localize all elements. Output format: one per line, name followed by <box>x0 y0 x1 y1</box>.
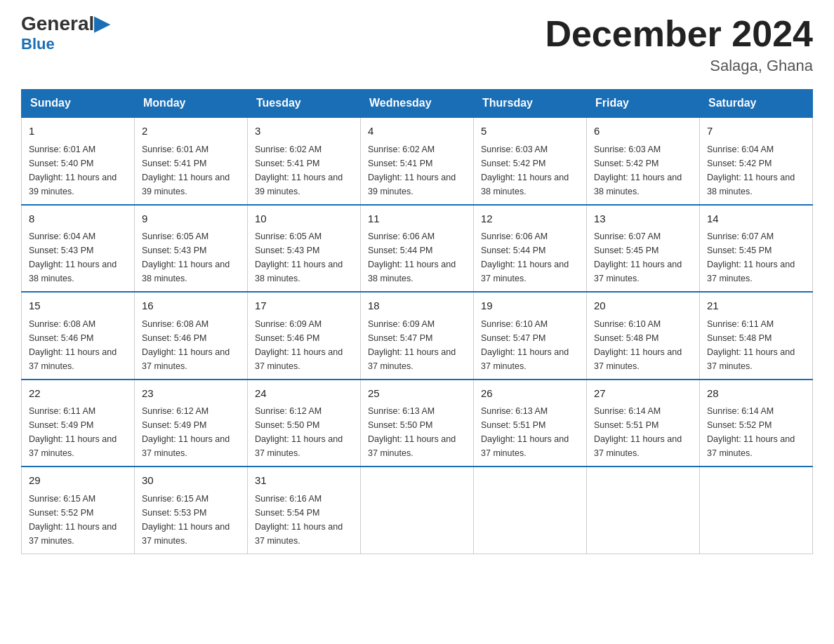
day-info: Sunrise: 6:07 AMSunset: 5:45 PMDaylight:… <box>707 232 795 283</box>
calendar-cell: 2 Sunrise: 6:01 AMSunset: 5:41 PMDayligh… <box>135 117 248 205</box>
day-info: Sunrise: 6:05 AMSunset: 5:43 PMDaylight:… <box>255 232 343 283</box>
day-number: 17 <box>255 298 353 314</box>
day-number: 20 <box>594 298 692 314</box>
day-number: 26 <box>481 386 579 402</box>
logo-blue: Blue <box>21 35 55 53</box>
week-row-1: 1 Sunrise: 6:01 AMSunset: 5:40 PMDayligh… <box>22 117 813 205</box>
day-info: Sunrise: 6:08 AMSunset: 5:46 PMDaylight:… <box>142 319 230 371</box>
calendar-cell: 21 Sunrise: 6:11 AMSunset: 5:48 PMDaylig… <box>700 292 813 380</box>
calendar-cell: 15 Sunrise: 6:08 AMSunset: 5:46 PMDaylig… <box>22 292 135 380</box>
day-info: Sunrise: 6:12 AMSunset: 5:49 PMDaylight:… <box>142 406 230 458</box>
day-info: Sunrise: 6:03 AMSunset: 5:42 PMDaylight:… <box>481 145 569 196</box>
calendar-cell <box>587 467 700 554</box>
day-info: Sunrise: 6:09 AMSunset: 5:47 PMDaylight:… <box>368 319 456 371</box>
day-number: 7 <box>707 123 805 140</box>
calendar-cell: 30 Sunrise: 6:15 AMSunset: 5:53 PMDaylig… <box>135 467 248 554</box>
calendar-cell <box>700 467 813 554</box>
logo-general: General▶ <box>21 14 110 34</box>
day-info: Sunrise: 6:13 AMSunset: 5:51 PMDaylight:… <box>481 406 569 458</box>
day-info: Sunrise: 6:01 AMSunset: 5:40 PMDaylight:… <box>29 145 117 196</box>
day-info: Sunrise: 6:15 AMSunset: 5:53 PMDaylight:… <box>142 494 230 546</box>
calendar-cell: 31 Sunrise: 6:16 AMSunset: 5:54 PMDaylig… <box>248 467 361 554</box>
day-info: Sunrise: 6:05 AMSunset: 5:43 PMDaylight:… <box>142 232 230 283</box>
day-info: Sunrise: 6:14 AMSunset: 5:52 PMDaylight:… <box>707 406 795 458</box>
day-number: 25 <box>368 386 466 402</box>
week-row-4: 22 Sunrise: 6:11 AMSunset: 5:49 PMDaylig… <box>22 380 813 467</box>
title-section: December 2024 Salaga, Ghana <box>545 14 813 75</box>
day-number: 22 <box>29 386 127 402</box>
day-info: Sunrise: 6:16 AMSunset: 5:54 PMDaylight:… <box>255 494 343 546</box>
day-info: Sunrise: 6:06 AMSunset: 5:44 PMDaylight:… <box>368 232 456 283</box>
header-friday: Friday <box>587 90 700 118</box>
day-info: Sunrise: 6:03 AMSunset: 5:42 PMDaylight:… <box>594 145 682 196</box>
day-info: Sunrise: 6:07 AMSunset: 5:45 PMDaylight:… <box>594 232 682 283</box>
calendar-cell: 26 Sunrise: 6:13 AMSunset: 5:51 PMDaylig… <box>474 380 587 467</box>
calendar-cell: 17 Sunrise: 6:09 AMSunset: 5:46 PMDaylig… <box>248 292 361 380</box>
day-number: 13 <box>594 211 692 227</box>
calendar-cell: 3 Sunrise: 6:02 AMSunset: 5:41 PMDayligh… <box>248 117 361 205</box>
day-info: Sunrise: 6:06 AMSunset: 5:44 PMDaylight:… <box>481 232 569 283</box>
day-info: Sunrise: 6:08 AMSunset: 5:46 PMDaylight:… <box>29 319 117 371</box>
day-number: 9 <box>142 211 240 227</box>
day-number: 19 <box>481 298 579 314</box>
day-number: 31 <box>255 473 353 489</box>
calendar-cell: 18 Sunrise: 6:09 AMSunset: 5:47 PMDaylig… <box>361 292 474 380</box>
day-number: 10 <box>255 211 353 227</box>
day-info: Sunrise: 6:15 AMSunset: 5:52 PMDaylight:… <box>29 494 117 546</box>
calendar-cell: 7 Sunrise: 6:04 AMSunset: 5:42 PMDayligh… <box>700 117 813 205</box>
calendar-cell: 20 Sunrise: 6:10 AMSunset: 5:48 PMDaylig… <box>587 292 700 380</box>
day-info: Sunrise: 6:12 AMSunset: 5:50 PMDaylight:… <box>255 406 343 458</box>
day-number: 21 <box>707 298 805 314</box>
calendar-cell: 9 Sunrise: 6:05 AMSunset: 5:43 PMDayligh… <box>135 205 248 293</box>
calendar-cell: 16 Sunrise: 6:08 AMSunset: 5:46 PMDaylig… <box>135 292 248 380</box>
week-row-2: 8 Sunrise: 6:04 AMSunset: 5:43 PMDayligh… <box>22 205 813 293</box>
header-wednesday: Wednesday <box>361 90 474 118</box>
month-year-title: December 2024 <box>545 14 813 54</box>
day-info: Sunrise: 6:10 AMSunset: 5:47 PMDaylight:… <box>481 319 569 371</box>
day-number: 29 <box>29 473 127 489</box>
calendar-cell: 27 Sunrise: 6:14 AMSunset: 5:51 PMDaylig… <box>587 380 700 467</box>
day-info: Sunrise: 6:11 AMSunset: 5:49 PMDaylight:… <box>29 406 117 458</box>
calendar-cell: 24 Sunrise: 6:12 AMSunset: 5:50 PMDaylig… <box>248 380 361 467</box>
day-info: Sunrise: 6:04 AMSunset: 5:43 PMDaylight:… <box>29 232 117 283</box>
day-number: 11 <box>368 211 466 227</box>
day-number: 15 <box>29 298 127 314</box>
calendar-table: SundayMondayTuesdayWednesdayThursdayFrid… <box>21 89 813 554</box>
calendar-cell: 5 Sunrise: 6:03 AMSunset: 5:42 PMDayligh… <box>474 117 587 205</box>
calendar-cell: 19 Sunrise: 6:10 AMSunset: 5:47 PMDaylig… <box>474 292 587 380</box>
header-monday: Monday <box>135 90 248 118</box>
day-number: 6 <box>594 123 692 140</box>
header-sunday: Sunday <box>22 90 135 118</box>
logo: General▶ Blue <box>21 14 110 53</box>
day-info: Sunrise: 6:02 AMSunset: 5:41 PMDaylight:… <box>255 145 343 196</box>
week-row-3: 15 Sunrise: 6:08 AMSunset: 5:46 PMDaylig… <box>22 292 813 380</box>
location-label: Salaga, Ghana <box>545 57 813 75</box>
calendar-cell: 8 Sunrise: 6:04 AMSunset: 5:43 PMDayligh… <box>22 205 135 293</box>
day-number: 14 <box>707 211 805 227</box>
header-saturday: Saturday <box>700 90 813 118</box>
page-header: General▶ Blue December 2024 Salaga, Ghan… <box>21 14 813 75</box>
calendar-cell: 23 Sunrise: 6:12 AMSunset: 5:49 PMDaylig… <box>135 380 248 467</box>
day-info: Sunrise: 6:13 AMSunset: 5:50 PMDaylight:… <box>368 406 456 458</box>
calendar-cell: 28 Sunrise: 6:14 AMSunset: 5:52 PMDaylig… <box>700 380 813 467</box>
day-number: 4 <box>368 123 466 140</box>
calendar-cell: 1 Sunrise: 6:01 AMSunset: 5:40 PMDayligh… <box>22 117 135 205</box>
calendar-cell <box>474 467 587 554</box>
calendar-cell: 14 Sunrise: 6:07 AMSunset: 5:45 PMDaylig… <box>700 205 813 293</box>
day-info: Sunrise: 6:09 AMSunset: 5:46 PMDaylight:… <box>255 319 343 371</box>
calendar-header-row: SundayMondayTuesdayWednesdayThursdayFrid… <box>22 90 813 118</box>
calendar-cell: 10 Sunrise: 6:05 AMSunset: 5:43 PMDaylig… <box>248 205 361 293</box>
calendar-cell: 25 Sunrise: 6:13 AMSunset: 5:50 PMDaylig… <box>361 380 474 467</box>
week-row-5: 29 Sunrise: 6:15 AMSunset: 5:52 PMDaylig… <box>22 467 813 554</box>
calendar-cell: 29 Sunrise: 6:15 AMSunset: 5:52 PMDaylig… <box>22 467 135 554</box>
calendar-cell: 13 Sunrise: 6:07 AMSunset: 5:45 PMDaylig… <box>587 205 700 293</box>
calendar-cell: 11 Sunrise: 6:06 AMSunset: 5:44 PMDaylig… <box>361 205 474 293</box>
header-thursday: Thursday <box>474 90 587 118</box>
day-info: Sunrise: 6:14 AMSunset: 5:51 PMDaylight:… <box>594 406 682 458</box>
day-number: 28 <box>707 386 805 402</box>
day-info: Sunrise: 6:01 AMSunset: 5:41 PMDaylight:… <box>142 145 230 196</box>
calendar-cell: 4 Sunrise: 6:02 AMSunset: 5:41 PMDayligh… <box>361 117 474 205</box>
day-number: 1 <box>29 123 127 140</box>
calendar-cell: 12 Sunrise: 6:06 AMSunset: 5:44 PMDaylig… <box>474 205 587 293</box>
day-number: 24 <box>255 386 353 402</box>
